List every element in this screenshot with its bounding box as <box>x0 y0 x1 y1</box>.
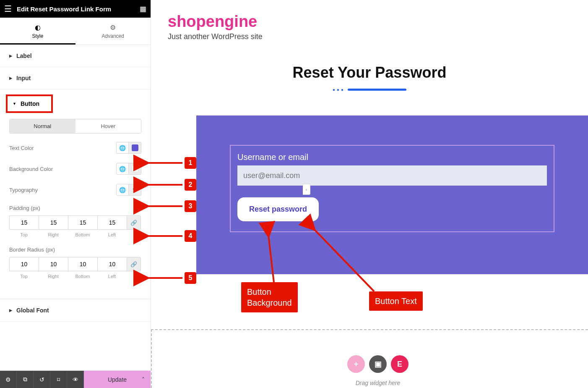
edit-icon[interactable]: ✎ <box>129 184 141 196</box>
globe-icon[interactable]: 🌐 <box>116 184 129 196</box>
side-label: Right <box>39 232 68 237</box>
radius-right-input[interactable] <box>39 257 68 271</box>
preview-icon[interactable]: 👁 <box>67 371 84 388</box>
color-swatch <box>132 165 138 172</box>
padding-top-input[interactable] <box>9 215 39 230</box>
padding-label: Padding (px) <box>9 205 141 211</box>
text-color-picker[interactable] <box>129 142 141 154</box>
border-radius-label: Border Radius (px) <box>9 246 141 253</box>
side-label: Left <box>97 274 127 279</box>
bg-color-label: Background Color <box>9 166 53 172</box>
layers-icon[interactable]: ⧉ <box>17 371 34 388</box>
update-button[interactable]: Update ˄ <box>84 371 151 388</box>
section-title: Label <box>16 52 32 59</box>
padding-right-input[interactable] <box>39 215 68 230</box>
globe-icon[interactable]: 🌐 <box>116 142 129 154</box>
section-title: Global Font <box>16 307 49 314</box>
tab-label: Advanced <box>102 33 124 39</box>
radius-bottom-input[interactable] <box>68 257 97 271</box>
section-title: Button <box>21 100 39 107</box>
padding-left-input[interactable] <box>97 215 127 230</box>
site-tagline: Just another WordPress site <box>168 32 571 41</box>
update-label: Update <box>108 376 127 383</box>
panel-title: Edit Reset Password Link Form <box>17 5 140 13</box>
drop-hint: Drag widget here <box>152 380 588 386</box>
responsive-icon[interactable]: ⌑ <box>50 371 67 388</box>
caret-right-icon: ▶ <box>9 76 12 80</box>
side-label: Bottom <box>68 232 97 237</box>
side-label: Right <box>39 274 68 279</box>
caret-down-icon: ▼ <box>13 102 16 106</box>
underline-bar <box>348 89 406 91</box>
site-brand: shopengine <box>168 13 571 31</box>
reset-password-button[interactable]: Reset password <box>237 197 319 221</box>
username-label: Username or email <box>237 152 547 162</box>
color-swatch <box>132 144 138 151</box>
history-icon[interactable]: ↺ <box>34 371 50 388</box>
tab-style[interactable]: ◐ Style <box>0 18 75 45</box>
section-button[interactable]: ▼ Button <box>6 94 53 113</box>
add-section-icon[interactable]: + <box>347 355 365 373</box>
tab-advanced[interactable]: ⚙ Advanced <box>75 18 151 45</box>
collapse-panel-icon[interactable]: ‹ <box>303 184 310 195</box>
radius-left-input[interactable] <box>97 257 127 271</box>
side-label: Top <box>9 274 39 279</box>
settings-icon[interactable]: ⚙ <box>0 371 17 388</box>
section-title: Input <box>16 75 31 81</box>
link-values-icon[interactable]: 🔗 <box>127 215 141 230</box>
menu-icon[interactable]: ☰ <box>4 4 17 14</box>
drop-zone[interactable]: + ▣ E Drag widget here <box>151 329 588 388</box>
padding-bottom-input[interactable] <box>68 215 97 230</box>
half-circle-icon: ◐ <box>0 24 75 31</box>
tab-label: Style <box>32 33 43 39</box>
globe-icon[interactable]: 🌐 <box>116 163 129 175</box>
section-label[interactable]: ▶ Label <box>0 45 151 67</box>
side-label: Top <box>9 232 39 237</box>
link-values-icon[interactable]: 🔗 <box>127 257 141 271</box>
ek-widget-icon[interactable]: E <box>391 355 408 373</box>
state-hover[interactable]: Hover <box>75 119 141 133</box>
section-input[interactable]: ▶ Input <box>0 67 151 89</box>
gear-icon: ⚙ <box>75 24 151 31</box>
state-segmented: Normal Hover <box>9 119 141 134</box>
typography-label: Typography <box>9 187 38 193</box>
bg-color-picker[interactable] <box>129 163 141 175</box>
underline-dots: ●●● <box>333 87 345 92</box>
side-label: Left <box>97 232 127 237</box>
apps-icon[interactable]: ▦ <box>140 5 146 13</box>
caret-right-icon: ▶ <box>9 308 12 312</box>
radius-top-input[interactable] <box>9 257 39 271</box>
page-heading: Reset Your Password <box>168 64 571 81</box>
side-label: Bottom <box>68 274 97 279</box>
caret-up-icon: ˄ <box>142 376 145 383</box>
caret-right-icon: ▶ <box>9 54 12 58</box>
section-global-font[interactable]: ▶ Global Font <box>0 299 151 322</box>
form-widget[interactable]: Username or email Reset password <box>196 115 588 274</box>
state-normal[interactable]: Normal <box>10 119 75 133</box>
username-input[interactable] <box>237 165 547 186</box>
template-icon[interactable]: ▣ <box>369 355 387 373</box>
text-color-label: Text Color <box>9 145 34 151</box>
